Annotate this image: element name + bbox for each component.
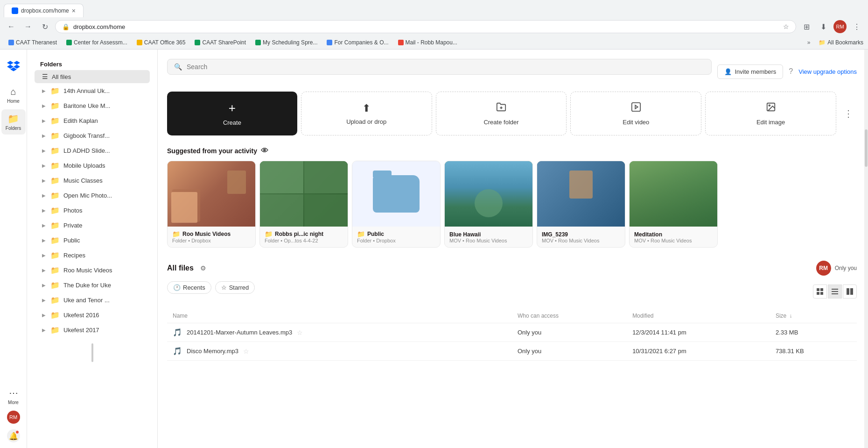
upgrade-label: View upgrade options	[798, 68, 857, 75]
sidebar-item-1[interactable]: ▶ 📁 Baritone Uke M...	[35, 99, 150, 113]
sidebar-item-5[interactable]: ▶ 📁 Mobile Uploads	[35, 158, 150, 173]
suggested-card-0[interactable]: 📁 Roo Music Videos Folder • Dropbox	[167, 161, 256, 248]
bookmark-center[interactable]: Center for Assessm...	[63, 38, 131, 47]
chevron-right-icon: ▶	[42, 163, 46, 168]
suggested-info-3: Blue Hawaii MOV • Roo Music Videos	[445, 227, 532, 247]
sidebar-item-music-classes[interactable]: ▶ 📁 Music Classes	[35, 173, 150, 188]
sidebar-item-16[interactable]: ▶ 📁 Ukefest 2017	[35, 323, 150, 337]
bookmark-sharepoint[interactable]: CAAT SharePoint	[191, 38, 250, 47]
sidebar-item-13[interactable]: ▶ 📁 The Duke for Uke	[35, 278, 150, 292]
suggested-card-3[interactable]: Blue Hawaii MOV • Roo Music Videos	[444, 161, 533, 248]
sidebar-item-3[interactable]: ▶ 📁 Gigbook Transf...	[35, 128, 150, 143]
bookmark-companies[interactable]: For Companies & O...	[323, 38, 392, 47]
recents-tab[interactable]: 🕐 Recents	[167, 281, 211, 294]
menu-button[interactable]: ⋮	[850, 20, 863, 33]
sidebar-folder-label: Roo Music Videos	[63, 267, 112, 274]
sidebar-item-8[interactable]: ▶ 📁 Photos	[35, 203, 150, 218]
suggested-card-2[interactable]: 📁 Public Folder • Dropbox	[352, 161, 441, 248]
suggested-thumb-3	[445, 161, 532, 227]
folder-icon-small: 📁	[172, 230, 180, 238]
sidebar-item-14[interactable]: ▶ 📁 Uke and Tenor ...	[35, 293, 150, 307]
svg-rect-12	[832, 293, 838, 294]
chevron-right-icon: ▶	[42, 313, 46, 318]
sidebar-folder-label: Private	[63, 222, 82, 229]
active-tab[interactable]: dropbox.com/home ×	[4, 4, 84, 17]
name-column-header: Name	[167, 309, 512, 323]
create-card[interactable]: + Create	[167, 92, 297, 135]
sidebar-item-10[interactable]: ▶ 📁 Public	[35, 233, 150, 248]
list-view-button[interactable]	[828, 284, 842, 299]
suggested-card-4[interactable]: IMG_5239 MOV • Roo Music Videos	[537, 161, 625, 248]
iconbar-folders[interactable]: 📁 Folders	[1, 109, 26, 135]
download-button[interactable]: ⬇	[817, 20, 830, 33]
bookmark-caat-theranest[interactable]: CAAT Theranest	[5, 38, 61, 47]
sidebar-item-0[interactable]: ▶ 📁 14th Annual Uk...	[35, 84, 150, 98]
all-bookmarks[interactable]: 📁 All Bookmarks	[819, 39, 863, 46]
eye-icon[interactable]: 👁	[261, 147, 268, 155]
close-tab-icon[interactable]: ×	[72, 7, 76, 14]
sidebar-item-4[interactable]: ▶ 📁 LD ADHD Slide...	[35, 143, 150, 158]
table-row[interactable]: 🎵 Disco Memory.mp3 ☆ Only you 10/31/2021…	[167, 342, 857, 361]
bookmark-label: My Scheduling Spre...	[263, 39, 317, 46]
bookmark-label: Mail - Robb Mapou...	[406, 39, 457, 46]
sidebar-folder-label: Edith Kaplan	[63, 117, 98, 124]
chevron-right-icon: ▶	[42, 133, 46, 138]
search-bar[interactable]: 🔍	[167, 59, 712, 75]
folder-icon: 📁	[50, 146, 60, 155]
dropbox-logo[interactable]	[4, 55, 23, 77]
sidebar-folder-label: Gigbook Transf...	[63, 132, 110, 139]
sidebar-scroll-indicator	[27, 340, 157, 366]
search-input[interactable]	[187, 63, 705, 71]
more-actions-button[interactable]: ⋮	[840, 92, 857, 135]
iconbar-more[interactable]: ⋯ More	[1, 384, 26, 409]
sidebar-all-files[interactable]: ☰ All files	[35, 70, 150, 83]
create-folder-card[interactable]: Create folder	[436, 92, 567, 135]
bookmark-star-icon[interactable]: ☆	[783, 23, 789, 30]
bookmark-scheduling[interactable]: My Scheduling Spre...	[252, 38, 321, 47]
grid-view-button[interactable]	[813, 284, 827, 299]
star-button-1[interactable]: ☆	[243, 348, 249, 355]
sidebar-section-title: Folders	[31, 57, 154, 70]
more-bookmarks[interactable]: »	[805, 38, 813, 47]
recents-clock-icon: 🕐	[173, 284, 181, 291]
edit-video-card[interactable]: Edit video	[570, 92, 701, 135]
table-row[interactable]: 🎵 20141201-Marxer-Autumn Leaves.mp3 ☆ On…	[167, 323, 857, 342]
right-scrollbar[interactable]	[864, 50, 868, 448]
address-bar[interactable]: 🔒 dropbox.com/home ☆	[55, 20, 796, 33]
sidebar-item-2[interactable]: ▶ 📁 Edith Kaplan	[35, 114, 150, 128]
sidebar-item-9[interactable]: ▶ 📁 Private	[35, 218, 150, 233]
invite-members-button[interactable]: 👤 Invite members	[717, 64, 783, 79]
iconbar-home[interactable]: ⌂ Home	[1, 83, 26, 107]
upgrade-link[interactable]: View upgrade options	[798, 68, 857, 75]
starred-tab[interactable]: ☆ Starred	[215, 281, 255, 294]
sidebar-item-15[interactable]: ▶ 📁 Ukefest 2016	[35, 308, 150, 322]
sidebar-item-12[interactable]: ▶ 📁 Roo Music Videos	[35, 263, 150, 277]
chevron-right-icon: ▶	[42, 298, 46, 303]
bookmark-mail[interactable]: Mail - Robb Mapou...	[394, 38, 461, 47]
extensions-button[interactable]: ⊞	[800, 20, 813, 33]
upload-card[interactable]: ⬆ Upload or drop	[301, 92, 432, 135]
split-view-button[interactable]	[843, 284, 857, 299]
folder-plus-icon	[496, 102, 506, 115]
forward-button[interactable]: →	[21, 20, 35, 33]
profile-avatar[interactable]: RM	[833, 20, 847, 33]
sidebar-item-7[interactable]: ▶ 📁 Open Mic Photo...	[35, 188, 150, 203]
back-button[interactable]: ←	[5, 20, 18, 33]
suggested-title-text: Suggested from your activity	[167, 147, 257, 155]
all-files-settings-button[interactable]: ⚙	[197, 262, 210, 274]
star-button-0[interactable]: ☆	[297, 329, 303, 336]
bookmarks-bar: CAAT Theranest Center for Assessm... CAA…	[0, 36, 868, 49]
bookmark-office365[interactable]: CAAT Office 365	[133, 38, 189, 47]
sidebar-item-11[interactable]: ▶ 📁 Recipes	[35, 248, 150, 263]
size-column-header[interactable]: Size ↓	[770, 309, 857, 323]
notifications-bell[interactable]: 🔔	[7, 429, 20, 442]
sidebar-folder-label: Baritone Uke M...	[63, 102, 110, 109]
suggested-card-5[interactable]: Meditation MOV • Roo Music Videos	[629, 161, 718, 248]
reload-button[interactable]: ↻	[38, 20, 51, 33]
suggested-card-name: Public	[367, 231, 384, 237]
edit-image-card[interactable]: Edit image	[705, 92, 836, 135]
suggested-card-1[interactable]: 📁 Robbs pi...ic night Folder • Op...tos …	[259, 161, 348, 248]
user-avatar-icon[interactable]: RM	[7, 411, 20, 424]
help-icon[interactable]: ?	[789, 67, 793, 76]
svg-rect-8	[817, 292, 819, 295]
